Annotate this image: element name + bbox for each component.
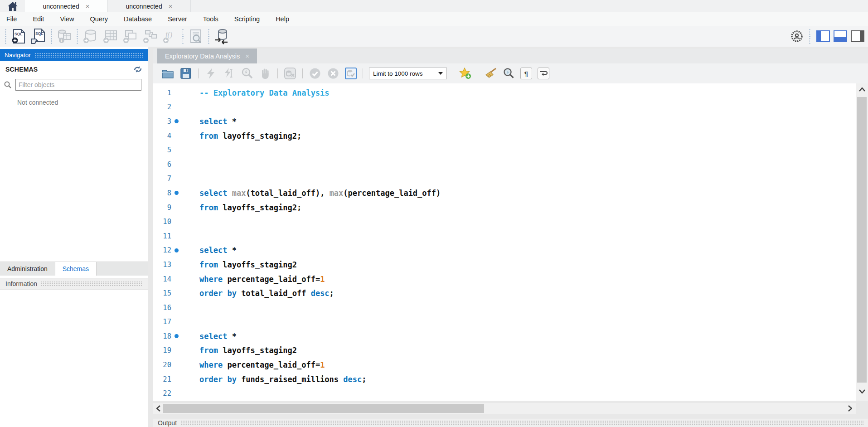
output-panel-header[interactable]: Output (153, 418, 868, 427)
line-number: 9 (153, 204, 171, 212)
code-line-2[interactable]: 2 (153, 100, 856, 115)
code-text: select * (199, 332, 237, 341)
sql-code-editor[interactable]: 1-- Exploratory Data Analysis23select *4… (153, 83, 856, 401)
vertical-scrollbar-thumb[interactable] (857, 97, 867, 383)
reconnect-database-button[interactable] (213, 28, 230, 45)
code-line-11[interactable]: 11 (153, 229, 856, 243)
new-stored-procedure-button[interactable] (141, 28, 159, 45)
open-script-button[interactable] (161, 67, 174, 80)
filter-objects-input[interactable] (15, 79, 141, 91)
save-script-button[interactable] (179, 67, 192, 80)
rollback-button[interactable] (327, 67, 339, 80)
code-line-21[interactable]: 21order by funds_raised_millions desc; (153, 372, 856, 387)
editor-tab[interactable]: Exploratory Data Analysis × (157, 49, 257, 63)
code-line-22[interactable]: 22 (153, 386, 856, 401)
execute-current-statement-button[interactable] (223, 67, 235, 80)
search-data-button[interactable] (187, 28, 204, 45)
mysql-workbench-window: unconnected×unconnected× FileEditViewQue… (0, 0, 868, 427)
preferences-gear-icon[interactable] (790, 30, 803, 43)
editor-tab-close-icon[interactable]: × (245, 52, 249, 60)
code-line-8[interactable]: 8select max(total_laid_off), max(percent… (153, 186, 856, 200)
code-line-9[interactable]: 9from layoffs_staging2; (153, 200, 856, 215)
execute-button[interactable] (204, 67, 217, 80)
navigator-title: Navigator (5, 52, 31, 58)
menu-edit[interactable]: Edit (31, 15, 46, 24)
editor-tab-row: Exploratory Data Analysis × (153, 49, 868, 63)
code-line-5[interactable]: 5 (153, 143, 856, 157)
window-tab-1[interactable]: unconnected× (25, 0, 108, 12)
window-tab-2[interactable]: unconnected× (108, 0, 191, 12)
menu-file[interactable]: File (5, 15, 19, 24)
window-tab-close-icon[interactable]: × (86, 2, 90, 10)
navigator-tab-schemas[interactable]: Schemas (55, 262, 97, 276)
menu-query[interactable]: Query (88, 15, 110, 24)
limit-rows-dropdown[interactable]: Limit to 1000 rows (369, 68, 447, 79)
scroll-up-arrow[interactable] (856, 83, 868, 95)
scroll-left-arrow[interactable] (153, 403, 163, 414)
new-view-button[interactable] (121, 28, 139, 45)
open-sql-file-button[interactable]: SQL (30, 28, 47, 45)
line-number: 19 (153, 346, 171, 354)
code-line-1[interactable]: 1-- Exploratory Data Analysis (153, 86, 856, 100)
scroll-down-arrow[interactable] (856, 385, 868, 397)
menu-database[interactable]: Database (122, 15, 154, 24)
open-script-icon (162, 68, 174, 78)
code-line-13[interactable]: 13from layoffs_staging2 (153, 257, 856, 272)
new-function-button[interactable]: f() (161, 28, 179, 45)
menu-scripting[interactable]: Scripting (233, 15, 262, 24)
horizontal-scrollbar[interactable] (153, 403, 856, 414)
code-text: from layoffs_staging2; (199, 203, 301, 212)
new-table-button[interactable] (102, 28, 119, 45)
execute-icon (206, 68, 216, 79)
new-schema-button[interactable] (82, 28, 99, 45)
code-line-7[interactable]: 7 (153, 172, 856, 186)
navigator-header[interactable]: Navigator (0, 49, 148, 61)
code-line-12[interactable]: 12select * (153, 243, 856, 258)
code-line-15[interactable]: 15order by total_laid_off desc; (153, 286, 856, 301)
code-text: order by total_laid_off desc; (199, 289, 334, 298)
beautify-button[interactable] (484, 67, 497, 80)
toggle-bottom-panel-icon[interactable] (834, 30, 847, 42)
menu-view[interactable]: View (58, 15, 76, 24)
menu-server[interactable]: Server (166, 15, 189, 24)
code-line-19[interactable]: 19from layoffs_staging2 (153, 344, 856, 358)
code-line-10[interactable]: 10 (153, 214, 856, 229)
line-number: 10 (153, 218, 171, 226)
code-line-20[interactable]: 20where percentage_laid_off=1 (153, 358, 856, 372)
code-line-4[interactable]: 4from layoffs_staging2; (153, 129, 856, 143)
menu-tools[interactable]: Tools (201, 15, 220, 24)
table-data-inspector-button[interactable]: i (56, 28, 73, 45)
code-line-6[interactable]: 6 (153, 157, 856, 172)
code-line-3[interactable]: 3select * (153, 114, 856, 129)
explain-button[interactable] (241, 67, 253, 80)
navigator-tab-administration[interactable]: Administration (0, 262, 55, 276)
toolbar-separator (363, 68, 363, 78)
stop-button[interactable] (259, 67, 272, 80)
show-invisibles-button[interactable]: ¶ (520, 68, 532, 79)
code-line-17[interactable]: 17 (153, 315, 856, 330)
toggle-right-sidebar-icon[interactable] (851, 30, 864, 42)
code-line-14[interactable]: 14where percentage_laid_off=1 (153, 272, 856, 286)
information-header[interactable]: Information (0, 278, 148, 290)
toggle-autocommit-button[interactable] (345, 68, 357, 79)
home-tab[interactable] (0, 0, 25, 12)
menu-help[interactable]: Help (274, 15, 291, 24)
stop-icon (260, 68, 271, 79)
commit-button[interactable] (309, 67, 321, 80)
code-line-16[interactable]: 16 (153, 301, 856, 315)
find-button[interactable] (502, 67, 515, 80)
execute-current-statement-icon (223, 68, 234, 79)
toggle-left-sidebar-icon[interactable] (816, 30, 830, 42)
code-text: -- Exploratory Data Analysis (199, 88, 330, 97)
window-tab-close-icon[interactable]: × (169, 2, 173, 10)
horizontal-scrollbar-thumb[interactable] (163, 404, 484, 413)
vertical-scrollbar[interactable] (856, 83, 868, 401)
word-wrap-button[interactable] (538, 68, 549, 79)
refresh-icon[interactable] (133, 66, 142, 73)
code-line-18[interactable]: 18select * (153, 329, 856, 344)
statement-start-dot-icon (175, 334, 179, 338)
scroll-right-arrow[interactable] (845, 403, 855, 414)
toggle-stop-on-error-button[interactable] (284, 67, 296, 80)
save-snippet-button[interactable] (459, 67, 472, 80)
new-sql-script-button[interactable]: SQL (10, 28, 27, 45)
